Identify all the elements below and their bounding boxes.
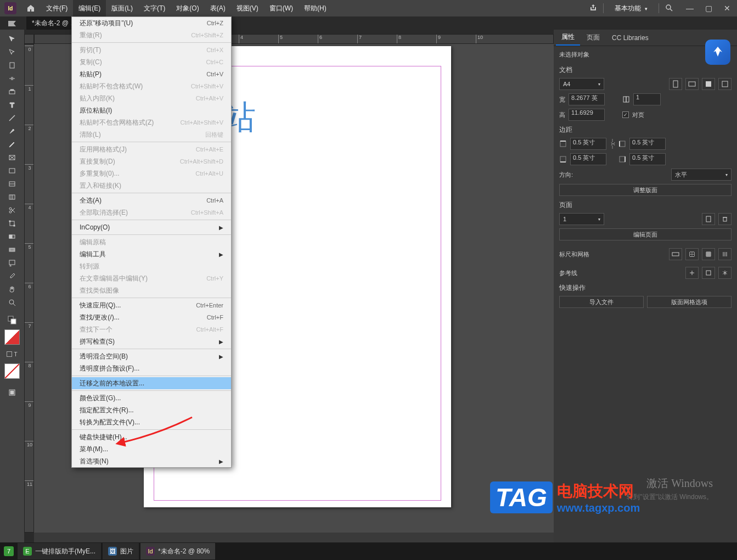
panel-flyout-icon[interactable] xyxy=(2,19,22,29)
menu-help[interactable]: 帮助(H) xyxy=(299,0,332,16)
menu-item[interactable]: 原位粘贴(I) xyxy=(72,104,231,116)
free-transform-icon[interactable] xyxy=(2,217,22,229)
window-minimize[interactable]: — xyxy=(684,4,695,13)
selection-tool-icon[interactable] xyxy=(2,33,22,45)
gap-tool-icon[interactable] xyxy=(2,72,22,85)
tab-properties[interactable]: 属性 xyxy=(556,30,580,46)
orientation-dropdown[interactable]: 水平▾ xyxy=(671,169,732,181)
menu-item[interactable]: 首选项(N)▶ xyxy=(72,455,231,467)
taskbar-start-icon[interactable]: 7 xyxy=(0,546,18,556)
pencil-tool-icon[interactable] xyxy=(2,138,22,150)
note-tool-icon[interactable] xyxy=(2,257,22,269)
menu-item[interactable]: 指定配置文件(R)... xyxy=(72,404,231,416)
tab-pages[interactable]: 页面 xyxy=(581,30,605,46)
share-icon[interactable] xyxy=(589,3,598,14)
taskbar-item-1[interactable]: E 一键排版助手(MyE... xyxy=(18,543,101,559)
ruler-corner[interactable] xyxy=(24,34,34,44)
grid-toggle-1-icon[interactable] xyxy=(685,248,699,260)
orient-landscape-icon[interactable] xyxy=(685,78,699,90)
margin-top-input[interactable]: 0.5 英寸 xyxy=(570,138,606,150)
view-mode-icon[interactable] xyxy=(2,387,22,399)
page-number-dropdown[interactable]: 1▾ xyxy=(559,213,604,225)
pen-tool-icon[interactable] xyxy=(2,125,22,137)
pages-input[interactable]: 1 xyxy=(633,93,661,105)
zoom-tool-icon[interactable] xyxy=(2,296,22,309)
grid-toggle-3-icon[interactable] xyxy=(718,248,732,260)
margin-right-input[interactable]: 0.5 英寸 xyxy=(629,153,666,165)
menu-item[interactable]: 拼写检查(S)▶ xyxy=(72,335,231,348)
horiz-grid-tool-icon[interactable] xyxy=(2,178,22,190)
window-close[interactable]: ✕ xyxy=(722,4,733,13)
menu-item[interactable]: 还原"移动项目"(U)Ctrl+Z xyxy=(72,17,231,29)
window-maximize[interactable]: ▢ xyxy=(703,4,714,13)
menu-text[interactable]: 文字(T) xyxy=(138,0,171,16)
menu-item[interactable]: InCopy(O)▶ xyxy=(72,221,231,233)
hand-tool-icon[interactable] xyxy=(2,283,22,295)
menu-item[interactable]: 透明度拼合预设(F)... xyxy=(72,362,231,374)
link-margins-icon[interactable] xyxy=(610,138,615,150)
margin-left-input[interactable]: 0.5 英寸 xyxy=(629,138,666,150)
grid-options-button[interactable]: 版面网格选项 xyxy=(647,296,732,308)
format-container-text-icon[interactable]: T xyxy=(2,348,22,360)
home-icon[interactable] xyxy=(26,4,35,13)
new-page-icon[interactable] xyxy=(702,213,715,225)
menu-layout[interactable]: 版面(L) xyxy=(106,0,138,16)
menu-item[interactable]: 转换为配置文件(V)... xyxy=(72,416,231,428)
orient-alt1-icon[interactable] xyxy=(702,78,715,90)
rect-frame-tool-icon[interactable] xyxy=(2,152,22,164)
menu-item[interactable]: 透明混合空间(B)▶ xyxy=(72,350,231,362)
menu-item[interactable]: 颜色设置(G)... xyxy=(72,392,231,404)
adjust-layout-button[interactable]: 调整版面 xyxy=(559,184,732,196)
import-file-button[interactable]: 导入文件 xyxy=(559,296,644,308)
ruler-vertical[interactable]: 0 1 2 3 4 5 6 7 8 9 10 11 xyxy=(24,44,34,533)
content-collector-icon[interactable] xyxy=(2,86,22,98)
menu-item[interactable]: 查找/更改(/)...Ctrl+F xyxy=(72,311,231,323)
menu-item[interactable]: 键盘快捷键(H)... xyxy=(72,431,231,443)
orient-alt2-icon[interactable] xyxy=(718,78,732,90)
ruler-toggle-icon[interactable] xyxy=(669,248,682,260)
taskbar-item-3[interactable]: Id *未命名-2 @ 80% xyxy=(140,543,215,559)
facing-pages-checkbox[interactable]: ✓ xyxy=(622,111,629,118)
taskbar-item-2[interactable]: 🖼 图片 xyxy=(103,543,139,559)
direct-select-tool-icon[interactable] xyxy=(2,46,22,58)
line-tool-icon[interactable] xyxy=(2,112,22,124)
grid-toggle-2-icon[interactable] xyxy=(702,248,715,260)
menu-item[interactable]: 全选(A)Ctrl+A xyxy=(72,194,231,206)
menu-view[interactable]: 视图(V) xyxy=(231,0,264,16)
fill-stroke-toggle-icon[interactable] xyxy=(2,314,22,326)
menu-item[interactable]: 快速应用(Q)...Ctrl+Enter xyxy=(72,299,231,311)
height-input[interactable]: 11.6929 xyxy=(569,109,605,121)
search-icon[interactable] xyxy=(665,3,673,14)
menu-edit[interactable]: 编辑(E) xyxy=(73,0,106,16)
tab-cc-libraries[interactable]: CC Libraries xyxy=(606,30,654,46)
menu-item[interactable]: 粘贴(P)Ctrl+V xyxy=(72,68,231,80)
apply-color-swatch-icon[interactable] xyxy=(4,363,20,379)
menu-table[interactable]: 表(A) xyxy=(205,0,231,16)
page-size-dropdown[interactable]: A4▾ xyxy=(559,78,604,90)
edit-pages-button[interactable]: 编辑页面 xyxy=(559,228,732,240)
scrollbar-horizontal[interactable] xyxy=(34,533,554,542)
orient-portrait-icon[interactable] xyxy=(669,78,682,90)
vert-grid-tool-icon[interactable] xyxy=(2,191,22,203)
gradient-swatch-icon[interactable] xyxy=(2,231,22,243)
menu-item[interactable]: 菜单(M)... xyxy=(72,443,231,455)
gradient-feather-icon[interactable] xyxy=(2,244,22,256)
guides-3-icon[interactable] xyxy=(718,267,732,279)
scissors-tool-icon[interactable] xyxy=(2,204,22,216)
type-tool-icon[interactable] xyxy=(2,99,22,111)
rect-tool-icon[interactable] xyxy=(2,165,22,177)
menu-file[interactable]: 文件(F) xyxy=(41,0,73,16)
menu-object[interactable]: 对象(O) xyxy=(171,0,204,16)
color-swatch-icon[interactable] xyxy=(4,329,20,345)
guides-1-icon[interactable] xyxy=(685,267,699,279)
eyedropper-tool-icon[interactable] xyxy=(2,270,22,282)
guides-2-icon[interactable] xyxy=(702,267,715,279)
menu-item[interactable]: 迁移之前的本地设置... xyxy=(72,377,231,389)
menu-item[interactable]: 编辑工具▶ xyxy=(72,248,231,260)
workspace-switcher[interactable]: 基本功能 ▾ xyxy=(609,0,653,16)
menu-window[interactable]: 窗口(W) xyxy=(264,0,299,16)
delete-page-icon[interactable] xyxy=(718,213,732,225)
page-tool-icon[interactable] xyxy=(2,59,22,71)
width-input[interactable]: 8.2677 英 xyxy=(569,93,605,105)
margin-bottom-input[interactable]: 0.5 英寸 xyxy=(570,153,606,165)
